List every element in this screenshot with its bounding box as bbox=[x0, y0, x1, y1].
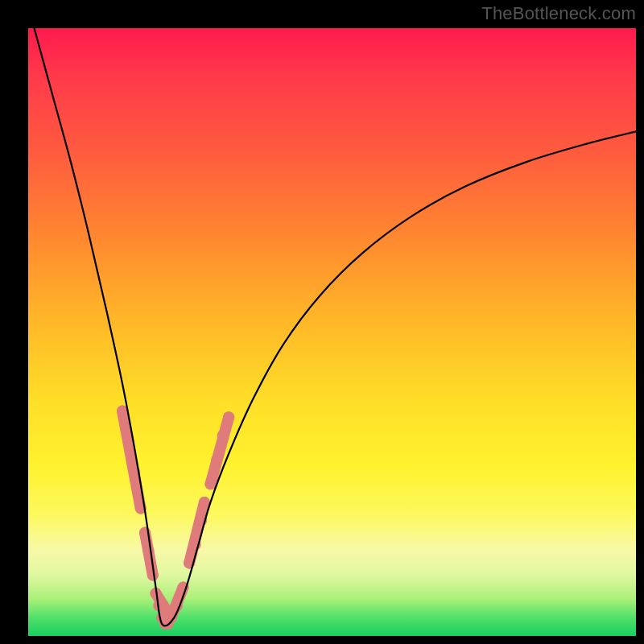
highlight-pill bbox=[122, 411, 141, 509]
highlight-marker bbox=[217, 430, 229, 441]
highlight-markers-group bbox=[117, 406, 234, 630]
highlight-marker bbox=[223, 411, 234, 423]
curve-layer bbox=[28, 28, 636, 636]
plot-area bbox=[28, 28, 636, 636]
highlight-marker bbox=[205, 478, 217, 489]
chart-frame: TheBottleneck.com bbox=[0, 0, 644, 644]
highlight-pill bbox=[211, 417, 229, 484]
highlight-marker bbox=[143, 545, 155, 556]
watermark-label: TheBottleneck.com bbox=[481, 3, 636, 24]
highlight-marker bbox=[211, 454, 222, 465]
bottleneck-curve-path bbox=[35, 28, 637, 625]
